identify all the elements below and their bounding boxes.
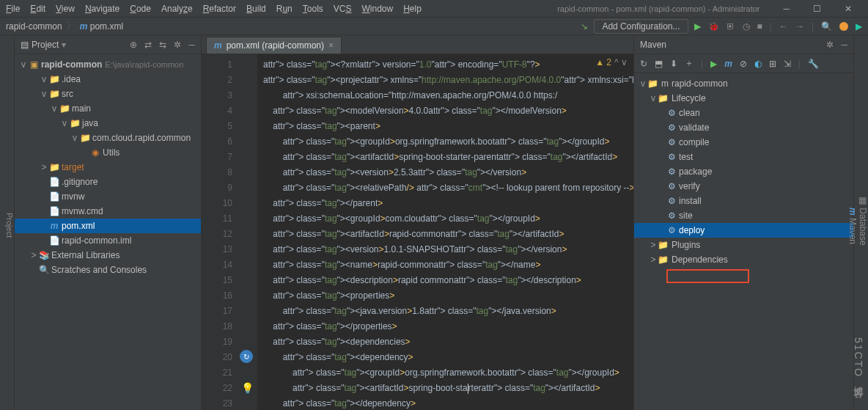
line-number-gutter: 1234567891011121314151617181920212223 — [202, 54, 238, 410]
collapse-icon[interactable]: ⇆ — [159, 40, 166, 50]
tree-item-mvnw-cmd[interactable]: 📄mvnw.cmd — [15, 204, 201, 219]
menu-refactor[interactable]: Refactor — [203, 4, 236, 14]
back-icon[interactable]: ← — [779, 21, 788, 32]
navbar: rapid-common 〉 m pom.xml ↘ Add Configura… — [0, 18, 868, 35]
lifecycle-site[interactable]: ⚙site — [634, 208, 853, 223]
editor-status-badge[interactable]: ▲ 2^ ∨ — [595, 57, 628, 67]
add-configuration-button[interactable]: Add Configuration... — [594, 19, 688, 34]
tree-item-pom-xml[interactable]: mpom.xml — [15, 219, 201, 233]
code-editor[interactable]: 1234567891011121314151617181920212223 ↻ … — [202, 54, 633, 410]
debug-icon[interactable]: 🐞 — [708, 21, 719, 32]
maximize-icon[interactable]: ☐ — [813, 4, 821, 14]
window-title: rapid-common - pom.xml (rapid-common) - … — [557, 4, 760, 13]
menubar: File Edit View Navigate Code Analyze Ref… — [0, 0, 868, 18]
maven-panel-title: Maven — [640, 40, 666, 50]
lifecycle-install[interactable]: ⚙install — [634, 194, 853, 208]
editor-tabbar: m pom.xml (rapid-common) × — [202, 35, 633, 54]
menu-code[interactable]: Code — [130, 4, 151, 14]
tree-item-com-cloud-rapid-common[interactable]: v📁com.cloud.rapid.common — [15, 131, 201, 145]
lifecycle-package[interactable]: ⚙package — [634, 164, 853, 179]
bulb-icon[interactable]: 💡 — [241, 381, 254, 396]
tree-item-scratches-and-consoles[interactable]: 🔍Scratches and Consoles — [15, 263, 201, 277]
maven-wrench-icon[interactable]: 🔧 — [808, 59, 819, 69]
lifecycle-test[interactable]: ⚙test — [634, 150, 853, 164]
menu-vcs[interactable]: VCS — [334, 4, 352, 14]
tree-item-java[interactable]: v📁java — [15, 116, 201, 131]
code-with-me-icon[interactable]: ▶ — [856, 21, 862, 32]
maven-dependencies[interactable]: >📁Dependencies — [634, 252, 853, 267]
tree-item--gitignore[interactable]: 📄.gitignore — [15, 175, 201, 189]
build-icon[interactable]: ↘ — [581, 21, 588, 32]
settings-icon[interactable]: ✲ — [174, 40, 181, 50]
locate-icon[interactable]: ⊕ — [130, 40, 137, 50]
menu-tools[interactable]: Tools — [303, 4, 323, 14]
tree-item-mvnw[interactable]: 📄mvnw — [15, 189, 201, 204]
menu-run[interactable]: Run — [276, 4, 293, 14]
main-area: Project ▤Project▾ ⊕ ⇄ ⇆ ✲ ─ v▣rapid-comm… — [0, 35, 868, 410]
breadcrumb-project[interactable]: rapid-common — [6, 21, 62, 32]
tree-item-target[interactable]: >📁target — [15, 160, 201, 175]
maven-hide-icon[interactable]: ─ — [841, 40, 847, 50]
collapse-all-icon[interactable]: ⇲ — [784, 59, 791, 69]
search-icon[interactable]: 🔍 — [821, 21, 832, 32]
menu-view[interactable]: View — [56, 4, 75, 14]
run-icon[interactable]: ▶ — [694, 21, 701, 32]
hide-icon[interactable]: ─ — [188, 40, 195, 50]
menu-analyze[interactable]: Analyze — [161, 4, 193, 14]
menu-build[interactable]: Build — [246, 4, 266, 14]
lifecycle-verify[interactable]: ⚙verify — [634, 179, 853, 194]
tree-root[interactable]: v▣rapid-commonE:\java\rapid-common — [15, 57, 201, 72]
maven-toolbar: ↻ ⬒ ⬇ ＋ | ▶ m ⊘ ◐ ⊞ ⇲ | 🔧 — [634, 54, 853, 73]
notifications-icon[interactable] — [839, 22, 848, 31]
maven-root[interactable]: v📁mrapid-common — [634, 76, 853, 91]
watermark: 51CTO博客 — [852, 337, 865, 381]
tab-close-icon[interactable]: × — [328, 40, 334, 51]
maven-panel: Maven ✲ ─ ↻ ⬒ ⬇ ＋ | ▶ m ⊘ ◐ ⊞ ⇲ | 🔧 v📁mr… — [633, 35, 853, 410]
minimize-icon[interactable]: ─ — [783, 4, 790, 14]
lifecycle-validate[interactable]: ⚙validate — [634, 120, 853, 135]
editor-tab-label: pom.xml (rapid-common) — [227, 40, 324, 51]
generate-icon[interactable]: ⬒ — [655, 59, 663, 69]
tree-item--idea[interactable]: v📁.idea — [15, 72, 201, 87]
show-deps-icon[interactable]: ⊞ — [769, 59, 776, 69]
editor-panel: m pom.xml (rapid-common) × 1234567891011… — [202, 35, 633, 410]
lifecycle-compile[interactable]: ⚙compile — [634, 135, 853, 150]
editor-tab-pom[interactable]: m pom.xml (rapid-common) × — [206, 37, 342, 54]
menu-window[interactable]: Window — [361, 4, 393, 14]
tree-item-src[interactable]: v📁src — [15, 87, 201, 101]
stop-icon[interactable]: ■ — [757, 21, 762, 32]
close-icon[interactable]: ✕ — [845, 4, 852, 14]
download-icon[interactable]: ⬇ — [670, 59, 677, 69]
menu-edit[interactable]: Edit — [30, 4, 45, 14]
menu-file[interactable]: File — [6, 4, 20, 14]
maven-settings-icon[interactable]: ✲ — [826, 40, 834, 50]
menu-help[interactable]: Help — [403, 4, 422, 14]
reload-gutter-icon[interactable]: ↻ — [240, 350, 253, 363]
forward-icon[interactable]: → — [795, 21, 804, 32]
add-icon[interactable]: ＋ — [685, 57, 694, 70]
tree-item-utils[interactable]: ◉Utils — [15, 145, 201, 160]
coverage-icon[interactable]: ⛨ — [727, 21, 735, 32]
skip-tests-icon[interactable]: ⊘ — [740, 59, 747, 69]
left-tool-strip[interactable]: Project — [0, 35, 15, 410]
project-panel: ▤Project▾ ⊕ ⇄ ⇆ ✲ ─ v▣rapid-commonE:\jav… — [15, 35, 202, 410]
tree-item-main[interactable]: v📁main — [15, 101, 201, 116]
run-maven-icon[interactable]: ▶ — [710, 59, 717, 69]
project-panel-title[interactable]: ▤Project▾ — [21, 40, 66, 50]
tree-item-external-libraries[interactable]: >📚External Libraries — [15, 248, 201, 263]
tree-item-rapid-common-iml[interactable]: 📄rapid-common.iml — [15, 233, 201, 248]
expand-icon[interactable]: ⇄ — [144, 40, 152, 50]
maven-lifecycle[interactable]: v📁Lifecycle — [634, 91, 853, 106]
lifecycle-clean[interactable]: ⚙clean — [634, 106, 853, 120]
profile-icon[interactable]: ◷ — [743, 21, 750, 32]
reimport-icon[interactable]: ↻ — [640, 59, 647, 69]
menu-navigate[interactable]: Navigate — [85, 4, 119, 14]
maven-m-icon[interactable]: m — [724, 59, 732, 69]
maven-plugins[interactable]: >📁Plugins — [634, 238, 853, 252]
breadcrumb-file[interactable]: m pom.xml — [80, 21, 123, 32]
breadcrumb: rapid-common 〉 m pom.xml — [6, 20, 123, 32]
lifecycle-deploy[interactable]: ⚙deploy — [634, 223, 853, 238]
offline-icon[interactable]: ◐ — [754, 59, 762, 69]
gutter-icons: ↻ 💡 — [238, 54, 257, 410]
